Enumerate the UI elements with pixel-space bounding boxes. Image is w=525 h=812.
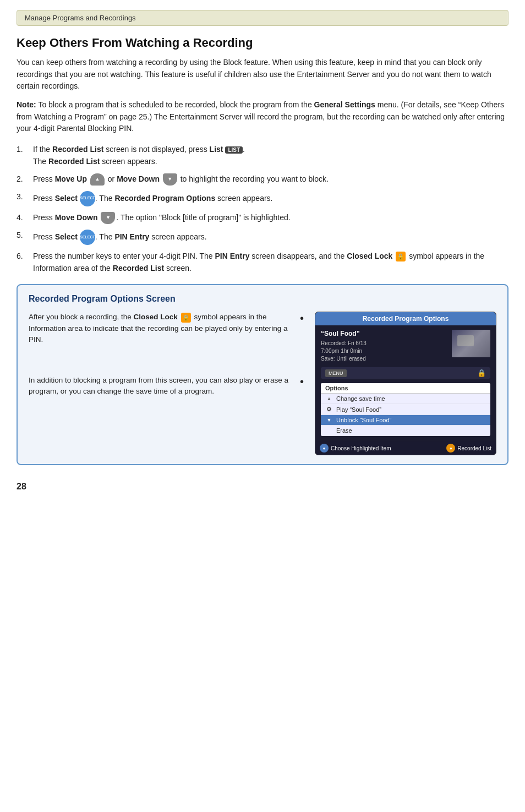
step-1-content: If the Recorded List screen is not displ… (33, 144, 508, 167)
option-icon-down: ▼ (325, 417, 333, 423)
step-2-num: 2. (17, 173, 33, 186)
screen-header: Recorded Program Options (315, 312, 496, 325)
options-box-title: Recorded Program Options Screen (29, 294, 496, 304)
bottom-bar-left: ● Choose Highlighted Item (320, 444, 391, 453)
list-button-icon: LIST (225, 146, 243, 154)
save-line: Save: Until erased (321, 355, 447, 363)
recorded-line: Recorded: Fri 6/13 (321, 340, 447, 347)
choose-highlighted-label: Choose Highlighted Item (331, 445, 391, 451)
note-text1: To block a program that is scheduled to … (36, 100, 314, 109)
option-unblock-soul-food: ▼ Unblock “Soul Food” (321, 415, 490, 426)
note-label: Note: (17, 100, 36, 109)
recorded-list-icon: ● (446, 444, 455, 453)
step-2-bold2: Move Down (117, 175, 160, 183)
step-5-bold1: Select (55, 232, 78, 241)
step-1-bold3: Recorded List (48, 157, 100, 166)
step-6: 6. Press the number keys to enter your 4… (17, 250, 508, 274)
choose-highlighted-icon: ● (320, 444, 329, 453)
left-para-2-text: In addition to blocking a program from t… (29, 375, 297, 397)
options-dropdown: Options ▲ Change save time ⚙ Play “Soul … (321, 383, 490, 436)
step-6-content: Press the number keys to enter your 4-di… (33, 250, 508, 274)
step-6-num: 6. (17, 250, 33, 274)
bottom-bar-right: ● Recorded List (446, 444, 491, 453)
program-details: Recorded: Fri 6/13 7:00pm 1hr 0min Save:… (321, 340, 447, 363)
move-up-icon: ▲ (90, 173, 105, 186)
bullet-dot-2: • (300, 376, 304, 387)
step-1-bold2: List (210, 145, 223, 154)
step-2-bold1: Move Up (55, 175, 87, 183)
left-para-1: After you block a recording, the Closed … (29, 312, 304, 345)
screen-mockup-container: Recorded Program Options “Soul Food” Rec… (315, 312, 496, 455)
step-6-bold2: Closed Lock (347, 252, 392, 260)
bullet-dot-1: • (300, 313, 304, 324)
step-1: 1. If the Recorded List screen is not di… (17, 144, 508, 167)
time-line: 7:00pm 1hr 0min (321, 347, 447, 355)
left-para-1-text: After you block a recording, the Closed … (29, 312, 297, 345)
step-3-content: Press Select SELECT. The Recorded Progra… (33, 191, 508, 206)
step-4-bold1: Move Down (55, 213, 98, 222)
program-title: “Soul Food” (321, 330, 447, 337)
steps-list: 1. If the Recorded List screen is not di… (17, 144, 508, 274)
options-dropdown-header: Options (321, 383, 490, 394)
option-label-2: Unblock “Soul Food” (336, 417, 391, 423)
option-play-soul-food: ⚙ Play “Soul Food” (321, 404, 490, 415)
bullet-row-2: In addition to blocking a program from t… (29, 375, 304, 397)
recorded-list-label: Recorded List (457, 445, 491, 451)
move-down-icon-4: ▼ (101, 212, 115, 224)
option-icon-gear: ⚙ (325, 406, 333, 413)
program-info-row: “Soul Food” Recorded: Fri 6/13 7:00pm 1h… (321, 330, 490, 363)
step-2-content: Press Move Up ▲ or Move Down ▼ to highli… (33, 173, 508, 186)
step-4-content: Press Move Down ▼. The option "Block [ti… (33, 212, 508, 224)
option-erase: Erase (321, 426, 490, 436)
thumbnail-image (452, 330, 490, 357)
step-4-num: 4. (17, 212, 33, 224)
note-paragraph: Note: To block a program that is schedul… (17, 99, 508, 135)
screen-info-bar: MENU 🔒 (321, 367, 490, 379)
screen-mockup: Recorded Program Options “Soul Food” Rec… (315, 312, 496, 455)
note-bold1: General Settings (314, 100, 375, 109)
option-label-0: Change save time (336, 395, 385, 402)
step-6-bold3: Recorded List (113, 264, 164, 273)
step-6-bold1: PIN Entry (215, 252, 249, 260)
program-thumbnail (452, 330, 490, 357)
option-change-save-time: ▲ Change save time (321, 394, 490, 404)
step-1-bold1: Recorded List (52, 145, 103, 154)
select-button-icon-5: SELECT (80, 230, 95, 245)
step-3-num: 3. (17, 191, 33, 206)
program-info-text: “Soul Food” Recorded: Fri 6/13 7:00pm 1h… (321, 330, 447, 363)
intro-paragraph: You can keep others from watching a reco… (17, 57, 508, 92)
step-2: 2. Press Move Up ▲ or Move Down ▼ to hig… (17, 173, 508, 186)
step-1-num: 1. (17, 144, 33, 167)
step-3: 3. Press Select SELECT. The Recorded Pro… (17, 191, 508, 206)
move-down-icon: ▼ (163, 173, 177, 186)
screen-body: “Soul Food” Recorded: Fri 6/13 7:00pm 1h… (315, 325, 496, 440)
left-para-2: In addition to blocking a program from t… (29, 375, 304, 397)
step-5: 5. Press Select SELECT. The PIN Entry sc… (17, 230, 508, 245)
option-label-1: Play “Soul Food” (336, 406, 381, 413)
step-5-bold2: PIN Entry (114, 232, 149, 241)
screen-bottom-bar: ● Choose Highlighted Item ● Recorded Lis… (315, 442, 496, 455)
closed-lock-icon-left: 🔒 (181, 313, 191, 323)
option-label-3: Erase (336, 427, 352, 434)
step-5-num: 5. (17, 230, 33, 245)
step-3-bold1: Select (55, 194, 78, 203)
options-box-left: After you block a recording, the Closed … (29, 312, 304, 405)
step-4: 4. Press Move Down ▼. The option "Block … (17, 212, 508, 224)
closed-lock-icon-6: 🔒 (396, 252, 406, 261)
menu-button: MENU (325, 369, 347, 377)
option-icon-up: ▲ (325, 396, 333, 401)
options-box: Recorded Program Options Screen After yo… (17, 284, 508, 465)
step-3-bold2: Recorded Program Options (114, 194, 215, 203)
select-button-icon-3: SELECT (80, 191, 95, 206)
page-title: Keep Others From Watching a Recording (17, 36, 508, 50)
options-box-inner: After you block a recording, the Closed … (29, 312, 496, 455)
closed-lock-bold: Closed Lock (134, 313, 178, 321)
step-5-content: Press Select SELECT. The PIN Entry scree… (33, 230, 508, 245)
breadcrumb: Manage Programs and Recordings (17, 10, 508, 26)
page-number: 28 (17, 482, 508, 492)
lock-bar-icon: 🔒 (477, 369, 486, 377)
option-icon-none (325, 428, 333, 434)
bullet-row-1: After you block a recording, the Closed … (29, 312, 304, 345)
